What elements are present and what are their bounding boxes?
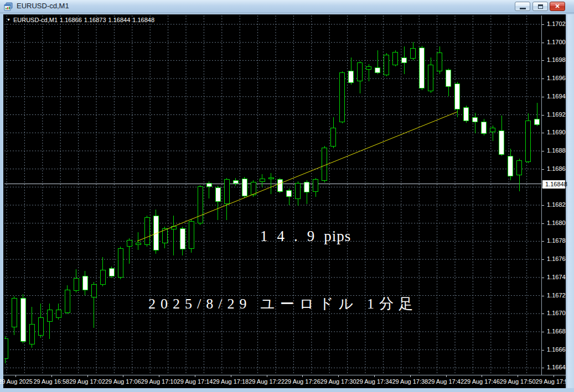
pips-annotation: 14.9pips (260, 228, 351, 245)
candle-body (206, 183, 211, 187)
candle-body (473, 117, 478, 122)
candle-body (535, 119, 540, 124)
price-axis-tick (542, 241, 544, 242)
close-button[interactable]: ✕ (550, 2, 565, 11)
candle-body (118, 248, 123, 277)
price-axis-tick (542, 205, 544, 206)
price-axis-tick (542, 296, 544, 296)
title-bar[interactable]: EURUSD-cd,M1 ✕ (0, 0, 574, 13)
price-axis-tick (542, 151, 544, 151)
candle-body (224, 180, 229, 204)
price-axis-tick (542, 368, 544, 368)
time-axis-tick (410, 375, 411, 377)
price-axis-tick (542, 278, 544, 278)
candle-body (411, 49, 416, 59)
chart-plot-area[interactable] (4, 15, 541, 375)
candle-body (340, 73, 345, 122)
time-axis-tick (87, 375, 88, 377)
time-axis-tick (554, 375, 554, 377)
candle-body (331, 128, 336, 147)
candle-body (304, 182, 309, 192)
ohlc-low: 1.16844 (108, 17, 131, 23)
ohlc-header: ▼EURUSD-cd,M11.168661.168731.168441.1684… (7, 17, 157, 23)
candle-body (268, 178, 273, 179)
time-axis-label: 29 Aug 17:50 (500, 378, 536, 385)
candle-body (482, 122, 487, 133)
candle-body (455, 84, 460, 109)
time-axis[interactable]: 29 Aug 202529 Aug 16:5829 Aug 17:0229 Au… (3, 375, 566, 388)
candle-body (4, 339, 8, 359)
candle-body (233, 180, 238, 183)
candle-body (180, 228, 185, 249)
candle-body (12, 298, 17, 327)
time-axis-tick (51, 375, 52, 377)
candle-body (91, 284, 96, 297)
time-axis-label: 29 Aug 17:02 (69, 378, 105, 385)
time-axis-tick (374, 375, 375, 377)
price-axis[interactable]: 1.170251.170051.169851.169651.169451.169… (541, 15, 566, 375)
candle-body (464, 107, 469, 121)
trend-line (137, 112, 457, 241)
bid-price-badge: 1.16848 (542, 180, 565, 189)
candle-body (109, 268, 114, 276)
restore-button[interactable] (532, 2, 548, 11)
close-icon: ✕ (555, 3, 560, 9)
candle-body (375, 67, 380, 73)
minimize-button[interactable] (515, 2, 530, 11)
date-annotation: 2025/8/29 ユーロドル 1分足 (148, 294, 418, 313)
candle-body (437, 53, 442, 71)
ohlc-expand-arrow-icon[interactable]: ▼ (7, 18, 11, 22)
time-axis-label: 29 Aug 17:06 (105, 378, 141, 385)
candle-body (322, 148, 327, 181)
ohlc-symbol: EURUSD-cd,M1 (13, 17, 58, 23)
time-axis-tick (446, 375, 447, 377)
candle-body (38, 318, 43, 335)
candle-body (287, 190, 292, 196)
candle-body (127, 240, 132, 246)
candle-body (508, 156, 513, 176)
candle-body (277, 180, 282, 191)
price-axis-tick (542, 259, 544, 260)
time-axis-label: 29 Aug 17:34 (356, 378, 392, 385)
candle-body (242, 179, 247, 196)
candle-body (198, 187, 203, 223)
time-axis-tick (482, 375, 482, 377)
candle-body (56, 310, 61, 318)
candle-body (349, 71, 354, 83)
price-axis-tick (542, 133, 544, 133)
chart-frame: ▼EURUSD-cd,M11.168661.168731.168441.1684… (3, 14, 566, 388)
time-axis-tick (123, 375, 123, 377)
price-axis-tick (542, 97, 544, 97)
time-axis-label: 29 Aug 17:18 (213, 378, 249, 385)
price-axis-tick (542, 169, 544, 170)
candle-body (82, 276, 87, 290)
candle-body (136, 243, 141, 244)
price-axis-tick (542, 313, 544, 314)
candle-body (260, 179, 265, 181)
price-axis-tick (542, 223, 544, 224)
time-axis-label: 29 Aug 17:38 (392, 378, 428, 385)
candle-body (393, 52, 398, 65)
time-axis-tick (302, 375, 303, 377)
chart-window-icon[interactable] (4, 2, 13, 11)
candle-body (215, 188, 220, 202)
vertical-scrollbar[interactable] (566, 14, 574, 388)
time-axis-tick (15, 375, 16, 377)
candle-body (296, 183, 301, 198)
candle-body (65, 290, 70, 312)
price-axis-tick (542, 43, 544, 43)
candle-body (358, 63, 363, 81)
price-axis-tick (542, 350, 544, 351)
candle-body (313, 180, 318, 191)
time-axis-label: 29 Aug 17:46 (464, 378, 500, 385)
price-axis-tick (542, 115, 544, 116)
candle-body (420, 48, 425, 88)
candle-body (526, 121, 531, 162)
minimize-icon (520, 8, 526, 9)
price-axis-tick (542, 332, 544, 332)
candle-body (384, 55, 389, 75)
candle-body (428, 65, 433, 91)
time-axis-tick (518, 375, 518, 377)
time-axis-label: 29 Aug 17:42 (428, 378, 464, 385)
ohlc-close: 1.16848 (132, 17, 154, 23)
